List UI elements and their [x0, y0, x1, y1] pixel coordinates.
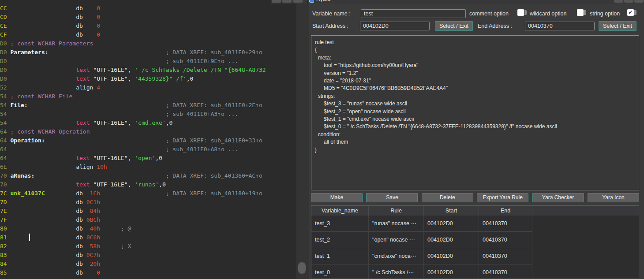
end-select-exit-button[interactable]: Select / Exit	[599, 21, 637, 31]
asm-segment-num: 4	[97, 84, 100, 91]
scrollbar-thumb[interactable]	[298, 262, 306, 274]
maximize-button[interactable]	[624, 0, 633, 3]
minimize-button[interactable]	[614, 0, 623, 3]
toolbar-button[interactable]	[282, 0, 292, 3]
asm-segment-mn: db	[76, 243, 83, 249]
toolbar-button[interactable]	[272, 0, 281, 3]
asm-segment-cg: ; DATA XREF: sub_4011E0+29↑o	[166, 49, 262, 56]
close-button[interactable]	[634, 0, 644, 3]
asm-segment-str: '44359328}" /f'	[135, 75, 186, 82]
asm-segment-cg: ; X	[121, 243, 131, 249]
variable-name-input[interactable]	[361, 9, 466, 18]
asm-segment-cg: ; sub_4011E0+9E↑o ...	[166, 58, 238, 64]
asm-segment-cg: ; DATA XREF: sub_401180+19↑o	[166, 190, 262, 197]
yara-rules-table[interactable]: Variable_nameRuleStartEnd test_3"runas" …	[311, 205, 639, 279]
cell-rule: "open" nocase ⋯	[369, 232, 424, 248]
cell-start: 004102D0	[424, 216, 479, 232]
yara-rule-text[interactable]: rule test { meta: tool = "https://github…	[311, 35, 639, 190]
asm-segment-unk: unk_41037C	[10, 190, 45, 197]
asm-segment-ao: 54	[0, 102, 7, 108]
export-yara-rule-button[interactable]: Export Yara Rule	[477, 193, 528, 202]
asm-line[interactable]: 54 ; const WCHAR File	[0, 92, 296, 101]
asm-line[interactable]: CC db 0	[0, 4, 296, 13]
table-row[interactable]: test_2"open" nocase ⋯004102D000410370	[311, 232, 532, 248]
start-select-exit-button[interactable]: Select / Exit	[435, 21, 473, 31]
end-address-input[interactable]	[525, 22, 595, 30]
end-address-label: End Address :	[478, 23, 512, 29]
asm-segment-ay: 81	[0, 234, 7, 241]
asm-segment-wh: ,0	[166, 119, 173, 126]
asm-segment-ao: 54	[0, 111, 7, 117]
asm-line[interactable]: 54 text "UTF-16LE", 'cmd.exe',0	[0, 119, 296, 127]
delete-button[interactable]: Delete	[422, 193, 473, 202]
make-button[interactable]: Make	[311, 193, 363, 202]
start-address-label: Start Address :	[312, 23, 348, 29]
asm-segment-ay: CD	[0, 14, 7, 20]
asm-line[interactable]: 84 db 20h	[0, 260, 296, 268]
asm-segment-ao: D0	[0, 67, 7, 73]
cell-rule: "runas" nocase ⋯	[369, 216, 424, 232]
column-header-rule[interactable]: Rule	[369, 206, 424, 216]
ida-disassembly-pane[interactable]: CC db 0CD db 0CE db 0CF db 0D0 ; const W…	[0, 0, 296, 279]
asm-line[interactable]: D0 text "UTF-16LE", '44359328}" /f',0	[0, 74, 296, 83]
yara-icon-button[interactable]: Yara Icon	[588, 193, 639, 202]
cell-variable-name: test_1	[311, 248, 369, 264]
asm-segment-mn: db	[76, 31, 83, 38]
asm-segment-num: 0C1h	[86, 199, 100, 205]
asm-segment-ay: 80	[0, 225, 7, 232]
cell-rule: " /c SchTasks /⋯	[369, 264, 424, 279]
asm-segment-ay: 7D	[0, 199, 7, 205]
asm-line[interactable]: D0 Parameters: ; DATA XREF: sub_4011E0+2…	[0, 48, 296, 57]
wildcard-option-checkbox[interactable]	[577, 9, 584, 16]
table-row[interactable]: test_0" /c SchTasks /⋯004102D000410370	[311, 264, 532, 279]
yara-checker-button[interactable]: Yara Checker	[532, 193, 584, 202]
toolbar-button[interactable]	[293, 0, 303, 3]
cell-start: 004102D0	[424, 232, 479, 248]
asm-line[interactable]: CF db 0	[0, 30, 296, 39]
asm-line[interactable]: 70 text "UTF-16LE", 'runas',0	[0, 180, 296, 189]
string-option-checkbox[interactable]: ✓	[627, 9, 634, 16]
string-option-label: string option	[590, 11, 620, 17]
asm-line[interactable]: 83 db 0C7h	[0, 251, 296, 260]
ida-vertical-scrollbar[interactable]	[296, 0, 309, 279]
asm-segment-cg: ; sub_4011E0+A8↑o ...	[166, 146, 238, 153]
asm-line[interactable]: 80 db 40h ; @	[0, 224, 296, 233]
start-address-input[interactable]	[360, 22, 430, 30]
asm-line[interactable]: 54 ; sub_4011E0+A3↑o ...	[0, 110, 296, 119]
asm-line[interactable]: CE db 0	[0, 22, 296, 30]
asm-line[interactable]: 64 ; sub_4011E0+A8↑o ...	[0, 145, 296, 154]
asm-line[interactable]: 82 db 58h ; X	[0, 242, 296, 251]
asm-line[interactable]: 64 text "UTF-16LE", 'open',0	[0, 154, 296, 163]
asm-line[interactable]: 81 db 0C6h	[0, 233, 296, 242]
column-header-end[interactable]: End	[479, 206, 532, 216]
asm-line[interactable]: D0 ; const WCHAR Parameters	[0, 39, 296, 48]
asm-line[interactable]: D0 ; sub_4011E0+9E↑o ...	[0, 57, 296, 66]
asm-line[interactable]: 6E align 10h	[0, 163, 296, 171]
table-row[interactable]: test_1"cmd.exe" noca⋯004102D000410370	[311, 248, 532, 264]
column-header-start[interactable]: Start	[424, 206, 479, 216]
asm-line[interactable]: CD db 0	[0, 13, 296, 22]
column-header-variable_name[interactable]: Variable_name	[311, 206, 369, 216]
asm-line[interactable]: D0 text "UTF-16LE", ' /c SchTasks /Delet…	[0, 66, 296, 74]
asm-line[interactable]: 7C unk_41037C db 1Ch ; DATA XREF: sub_40…	[0, 189, 296, 198]
asm-segment-kw: text	[76, 155, 90, 161]
cell-rule: "cmd.exe" noca⋯	[369, 248, 424, 264]
asm-line[interactable]: 64 Operation: ; DATA XREF: sub_4011E0+33…	[0, 136, 296, 145]
asm-segment-lbl: File:	[10, 102, 27, 108]
asm-line[interactable]: 7D db 0C1h	[0, 198, 296, 207]
table-row[interactable]: test_3"runas" nocase ⋯004102D000410370	[311, 216, 532, 232]
asm-line[interactable]: 54 File: ; DATA XREF: sub_4011E0+2E↑o	[0, 101, 296, 110]
comment-option-checkbox[interactable]	[517, 9, 524, 16]
asm-line[interactable]: 85 db 0	[0, 268, 296, 277]
asm-line[interactable]: 7F db 0BCh	[0, 216, 296, 224]
asm-line[interactable]: 7E db 84h	[0, 207, 296, 216]
asm-line[interactable]: 52 align 4	[0, 83, 296, 92]
asm-line[interactable]: 70 aRunas: ; DATA XREF: sub_401360+AC↑o	[0, 171, 296, 180]
asm-segment-ao: D0	[0, 49, 7, 56]
asm-segment-ao: 54	[0, 93, 7, 100]
asm-line[interactable]: 64 ; const WCHAR Operation	[0, 127, 296, 136]
asm-segment-ao: 64	[0, 128, 7, 135]
save-button[interactable]: Save	[366, 193, 418, 202]
asm-segment-kw: text	[76, 75, 90, 82]
asm-segment-ay: 7F	[0, 216, 7, 223]
